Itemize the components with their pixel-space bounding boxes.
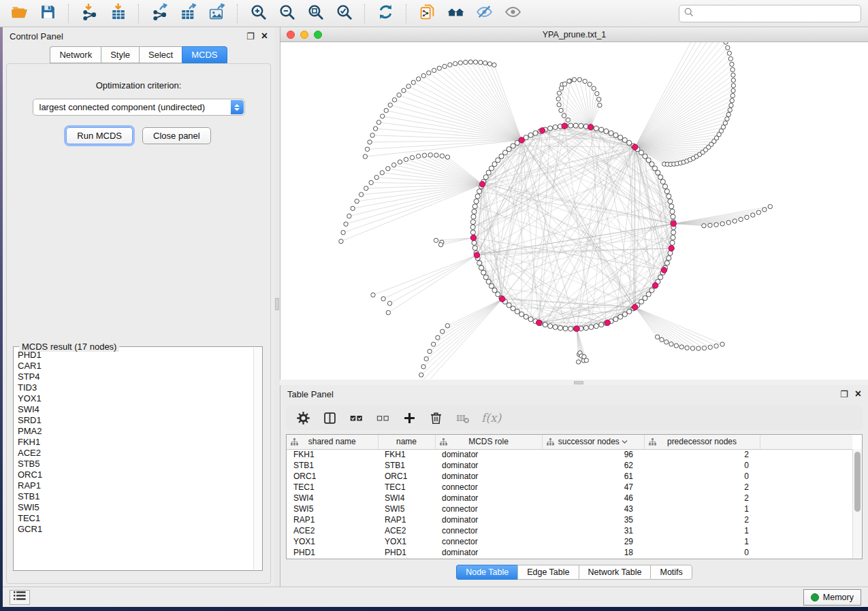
refresh-view-button[interactable] bbox=[373, 3, 398, 24]
leaf-node[interactable] bbox=[381, 297, 385, 301]
network-canvas[interactable] bbox=[280, 42, 868, 379]
ring-node[interactable] bbox=[483, 275, 488, 280]
ring-node[interactable] bbox=[470, 225, 475, 229]
ring-node[interactable] bbox=[639, 299, 643, 304]
ring-node[interactable] bbox=[548, 126, 553, 131]
close-panel-button[interactable]: Close panel bbox=[142, 127, 211, 144]
leaf-node[interactable] bbox=[421, 73, 425, 78]
leaf-node[interactable] bbox=[756, 210, 760, 214]
ring-node[interactable] bbox=[643, 296, 647, 301]
ring-node[interactable] bbox=[489, 166, 494, 171]
leaf-node[interactable] bbox=[443, 64, 447, 68]
leaf-node[interactable] bbox=[727, 51, 731, 55]
ring-node[interactable] bbox=[658, 275, 663, 280]
tab-select[interactable]: Select bbox=[139, 46, 182, 63]
ring-node[interactable] bbox=[604, 129, 609, 133]
leaf-node[interactable] bbox=[728, 56, 733, 61]
ring-node[interactable] bbox=[658, 175, 663, 180]
leaf-node[interactable] bbox=[406, 84, 411, 88]
leaf-node[interactable] bbox=[402, 88, 406, 93]
ring-node[interactable] bbox=[475, 194, 480, 199]
mcds-hub-node[interactable] bbox=[669, 246, 674, 251]
leaf-node[interactable] bbox=[411, 80, 415, 84]
leaf-node[interactable] bbox=[374, 176, 379, 180]
table-row[interactable]: FKH1FKH1dominator962 bbox=[287, 449, 852, 460]
leaf-node[interactable] bbox=[404, 157, 408, 161]
leaf-node[interactable] bbox=[373, 127, 377, 131]
mcds-hub-node[interactable] bbox=[588, 125, 593, 130]
tab-style[interactable]: Style bbox=[101, 46, 139, 63]
save-session-button[interactable] bbox=[35, 3, 60, 24]
ring-node[interactable] bbox=[470, 220, 475, 225]
leaf-node[interactable] bbox=[751, 213, 755, 217]
leaf-node[interactable] bbox=[381, 114, 385, 118]
import-network-button[interactable] bbox=[77, 3, 101, 24]
leaf-node[interactable] bbox=[369, 180, 373, 184]
float-panel-icon[interactable]: ❐ bbox=[840, 390, 848, 399]
leaf-node[interactable] bbox=[583, 79, 587, 83]
table-row[interactable]: ACE2ACE2connector311 bbox=[287, 525, 852, 536]
leaf-node[interactable] bbox=[728, 108, 732, 112]
mcds-result-item[interactable]: SRD1 bbox=[18, 415, 253, 426]
leaf-node[interactable] bbox=[655, 335, 659, 339]
duplicate-network-button[interactable] bbox=[415, 3, 439, 24]
search-input[interactable] bbox=[697, 8, 856, 18]
leaf-node[interactable] bbox=[729, 103, 733, 108]
ring-node[interactable] bbox=[483, 175, 488, 180]
leaf-node[interactable] bbox=[566, 118, 570, 122]
ring-node[interactable] bbox=[471, 214, 476, 219]
ring-node[interactable] bbox=[594, 324, 598, 329]
close-panel-icon[interactable]: × bbox=[855, 389, 861, 399]
mcds-hub-node[interactable] bbox=[632, 304, 638, 310]
leaf-node[interactable] bbox=[416, 154, 420, 158]
mcds-result-item[interactable]: STP4 bbox=[18, 371, 253, 382]
mcds-hub-node[interactable] bbox=[661, 267, 666, 273]
leaf-node[interactable] bbox=[371, 293, 375, 297]
leaf-node[interactable] bbox=[437, 66, 441, 70]
ring-node[interactable] bbox=[622, 312, 627, 316]
leaf-node[interactable] bbox=[483, 61, 487, 65]
leaf-node[interactable] bbox=[436, 335, 440, 340]
leaf-node[interactable] bbox=[384, 108, 388, 112]
leaf-node[interactable] bbox=[559, 108, 563, 112]
ring-node[interactable] bbox=[662, 184, 667, 188]
ring-node[interactable] bbox=[666, 194, 671, 199]
leaf-node[interactable] bbox=[445, 324, 449, 328]
leaf-node[interactable] bbox=[557, 103, 561, 107]
ring-node[interactable] bbox=[519, 312, 524, 316]
ring-node[interactable] bbox=[474, 199, 479, 203]
leaf-node[interactable] bbox=[432, 68, 436, 72]
leaf-node[interactable] bbox=[577, 78, 581, 82]
mcds-result-item[interactable]: GCR1 bbox=[18, 524, 253, 535]
ring-node[interactable] bbox=[558, 325, 563, 330]
leaf-node[interactable] bbox=[370, 133, 374, 137]
leaf-node[interactable] bbox=[724, 42, 728, 44]
ring-node[interactable] bbox=[583, 325, 588, 330]
ring-node[interactable] bbox=[472, 204, 477, 209]
leaf-node[interactable] bbox=[562, 82, 566, 86]
leaf-node[interactable] bbox=[730, 62, 734, 66]
export-table-button[interactable] bbox=[176, 3, 200, 24]
horizontal-splitter[interactable] bbox=[280, 380, 868, 385]
ring-node[interactable] bbox=[664, 189, 669, 194]
leaf-node[interactable] bbox=[410, 155, 414, 159]
leaf-node[interactable] bbox=[721, 125, 725, 129]
ring-node[interactable] bbox=[618, 135, 623, 140]
ring-node[interactable] bbox=[507, 303, 511, 308]
leaf-node[interactable] bbox=[364, 186, 368, 191]
leaf-node[interactable] bbox=[726, 112, 730, 116]
ring-node[interactable] bbox=[563, 326, 568, 331]
ring-node[interactable] bbox=[594, 126, 598, 131]
leaf-node[interactable] bbox=[422, 153, 426, 157]
tab-mcds[interactable]: MCDS bbox=[182, 46, 227, 63]
mcds-result-item[interactable]: FKH1 bbox=[18, 437, 253, 448]
ring-node[interactable] bbox=[524, 314, 528, 319]
leaf-node[interactable] bbox=[725, 117, 729, 121]
ring-node[interactable] bbox=[669, 204, 674, 209]
leaf-node[interactable] bbox=[739, 217, 743, 221]
ring-node[interactable] bbox=[671, 230, 676, 235]
leaf-node[interactable] bbox=[745, 215, 749, 219]
vertical-splitter[interactable] bbox=[274, 27, 280, 587]
mcds-hub-node[interactable] bbox=[652, 282, 658, 288]
ring-node[interactable] bbox=[481, 270, 486, 275]
